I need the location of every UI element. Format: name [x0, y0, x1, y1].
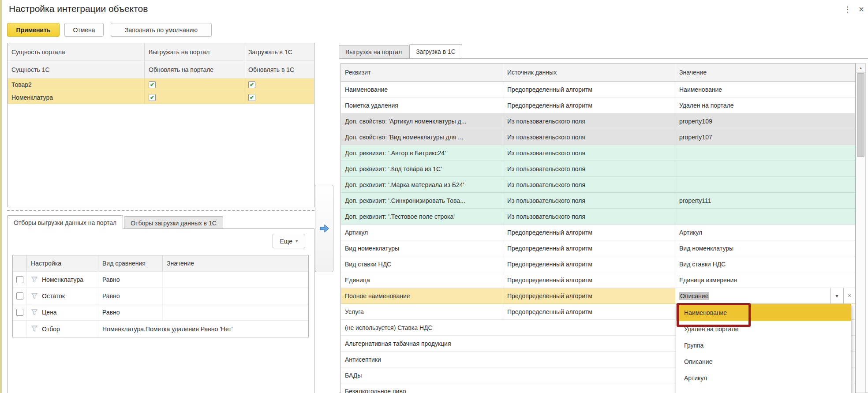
dropdown-item[interactable]: Описание	[676, 353, 851, 370]
kebab-menu-icon: ⋮	[844, 5, 851, 14]
value-dropdown-list: Наименование Удален на портале Группа Оп…	[676, 304, 851, 393]
table-row[interactable]: Единица Предопределенный алгоритм Единиц…	[341, 272, 855, 288]
header-load-to-1c: Загружать в 1С	[244, 43, 314, 60]
clear-value-button[interactable]: ✕	[843, 288, 855, 303]
source-cell: Из пользовательского поля	[503, 145, 675, 161]
apply-button[interactable]: Применить	[7, 23, 60, 37]
more-button[interactable]: Еще ▾	[273, 234, 305, 248]
source-cell: Предопределенный алгоритм	[503, 240, 675, 256]
filter-icon	[31, 309, 38, 316]
table-row[interactable]: Доп. реквизит: '.Синхронизировать Това..…	[341, 193, 855, 209]
header-update-in-1c: Обновлять в 1С	[244, 61, 314, 78]
header-source: Источник данных	[503, 64, 675, 81]
value-cell: property107	[675, 129, 855, 145]
dropdown-item[interactable]: Артикул	[676, 370, 851, 386]
window-menu-button[interactable]: ⋮	[842, 4, 853, 15]
load-checkbox[interactable]: ✔	[248, 94, 255, 101]
value-editor[interactable]: Описание ▾ ✕	[675, 288, 855, 303]
table-row[interactable]: Номенклатура Равно	[13, 272, 308, 288]
table-row[interactable]: Доп. свойство: 'Вид номенклатуры для ...…	[341, 129, 855, 145]
scrollbar-thumb[interactable]	[857, 73, 864, 157]
attr-cell: Доп. реквизит: '.Тестовое поле строка'	[341, 209, 503, 224]
value-cell: Артикул	[675, 225, 855, 240]
value-cell: Вид номенклатуры	[675, 240, 855, 256]
mapping-tabstrip: Выгрузка на портал Загрузка в 1С	[339, 44, 463, 58]
table-row[interactable]: Доп. свойство: 'Артикул номенклатуры д..…	[341, 113, 855, 129]
table-row[interactable]: Цена Равно	[13, 304, 308, 321]
filter-setting-label: Номенклатура	[42, 276, 83, 283]
combo-open-button[interactable]: ▾	[830, 288, 843, 303]
tab-filters-load[interactable]: Отборы загрузки данных в 1С	[124, 216, 223, 229]
table-row[interactable]: Остаток Равно	[13, 288, 308, 304]
table-row[interactable]: Номенклатура ✔ ✔	[7, 91, 314, 104]
header-attr: Реквизит	[341, 64, 503, 81]
filter-icon	[31, 326, 38, 332]
cancel-button[interactable]: Отмена	[64, 23, 104, 37]
page-title: Настройка интеграции объектов	[9, 4, 148, 14]
source-cell: Из пользовательского поля	[503, 113, 675, 129]
scroll-up-icon: ▲	[859, 66, 863, 70]
source-cell: Из пользовательского поля	[503, 177, 675, 192]
fill-default-button[interactable]: Заполнить по умолчанию	[111, 23, 212, 37]
table-row[interactable]: Вид ставки НДС Предопределенный алгоритм…	[341, 256, 855, 272]
integration-settings-window: Настройка интеграции объектов ⋮ ✕ Примен…	[0, 0, 868, 393]
attr-cell: Вид ставки НДС	[341, 256, 503, 272]
load-checkbox[interactable]: ✔	[248, 81, 255, 88]
value-cell	[675, 209, 855, 224]
horizontal-splitter[interactable]	[7, 210, 314, 211]
table-row[interactable]: Доп. реквизит: '.Тестовое поле строка' И…	[341, 209, 855, 225]
upload-checkbox[interactable]: ✔	[149, 94, 156, 101]
table-row[interactable]: Доп. реквизит: '.Автор в Битрикс24' Из п…	[341, 145, 855, 161]
dropdown-item[interactable]: Наименование	[676, 304, 851, 321]
window-edge-strip	[0, 0, 2, 393]
table-row[interactable]: Наименование Предопределенный алгоритм Н…	[341, 82, 855, 97]
header-upload-to-portal: Выгружать на портал	[145, 43, 244, 60]
table-row[interactable]: Доп. реквизит: '.Марка материала из Б24'…	[341, 177, 855, 193]
source-cell	[503, 320, 675, 335]
table-row[interactable]: Артикул Предопределенный алгоритм Артику…	[341, 225, 855, 240]
attr-cell: Наименование	[341, 82, 503, 97]
value-cell: property111	[675, 193, 855, 208]
vertical-scrollbar[interactable]: ▲	[856, 63, 866, 393]
source-cell: Предопределенный алгоритм	[503, 304, 675, 319]
attr-cell: Доп. свойство: 'Вид номенклатуры для ...	[341, 129, 503, 145]
source-cell: Предопределенный алгоритм	[503, 272, 675, 288]
filter-enable-checkbox[interactable]	[16, 309, 23, 316]
attr-cell: Доп. реквизит: '.Синхронизировать Това..…	[341, 193, 503, 208]
source-cell: Предопределенный алгоритм	[503, 225, 675, 240]
source-cell: Из пользовательского поля	[503, 209, 675, 224]
dropdown-item[interactable]: Удален на портале	[676, 321, 851, 337]
header-value: Значение	[675, 64, 855, 81]
scroll-up-button[interactable]: ▲	[856, 64, 865, 73]
value-cell: Наименование	[675, 82, 855, 97]
table-row[interactable]: Пометка удаления Предопределенный алгори…	[341, 97, 855, 113]
filter-comparison: Равно	[98, 288, 163, 304]
filter-enable-checkbox[interactable]	[16, 292, 23, 299]
attr-cell: Доп. реквизит: '.Код товара из 1С'	[341, 161, 503, 176]
source-cell: Предопределенный алгоритм	[503, 288, 675, 303]
filter-value	[163, 272, 308, 288]
upload-checkbox[interactable]: ✔	[149, 81, 156, 88]
tab-filters-upload[interactable]: Отборы выгрузки данных на портал	[7, 215, 123, 229]
tab-mapping-load[interactable]: Загрузка в 1С	[409, 44, 462, 58]
header-update-on-portal: Обновлять на портале	[145, 61, 244, 78]
filter-enable-checkbox[interactable]	[16, 276, 23, 283]
source-cell	[503, 352, 675, 367]
table-row[interactable]: Доп. реквизит: '.Код товара из 1С' Из по…	[341, 161, 855, 177]
source-cell: Из пользовательского поля	[503, 161, 675, 176]
source-cell: Предопределенный алгоритм	[503, 97, 675, 113]
table-row[interactable]: Товар2 ✔ ✔	[7, 79, 314, 91]
tab-mapping-upload[interactable]: Выгрузка на портал	[339, 45, 408, 58]
filter-value	[163, 304, 308, 320]
attr-cell: Безалкогольное пиво	[341, 383, 503, 393]
check-icon: ✔	[150, 95, 154, 100]
table-row[interactable]: Вид номенклатуры Предопределенный алгори…	[341, 240, 855, 256]
table-row-selected[interactable]: Полное наименование Предопределенный алг…	[341, 288, 855, 304]
window-close-button[interactable]: ✕	[856, 4, 867, 15]
transfer-button[interactable]	[315, 185, 333, 272]
value-cell: property109	[675, 113, 855, 129]
value-cell	[675, 145, 855, 161]
dropdown-item[interactable]: Группа	[676, 337, 851, 353]
attr-cell: Полное наименование	[341, 288, 503, 303]
table-row[interactable]: Отбор Номенклатура.Пометка удаления Равн…	[13, 321, 308, 337]
